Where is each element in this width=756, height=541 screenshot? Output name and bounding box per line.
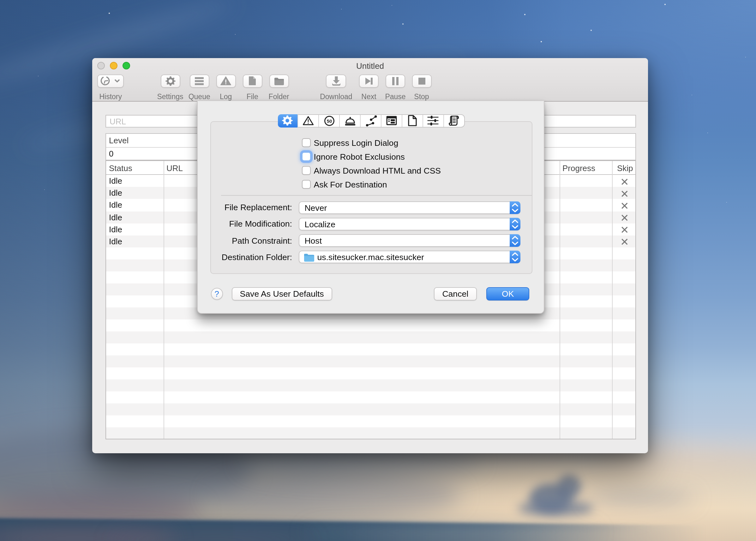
svg-text:50: 50 — [327, 118, 332, 123]
